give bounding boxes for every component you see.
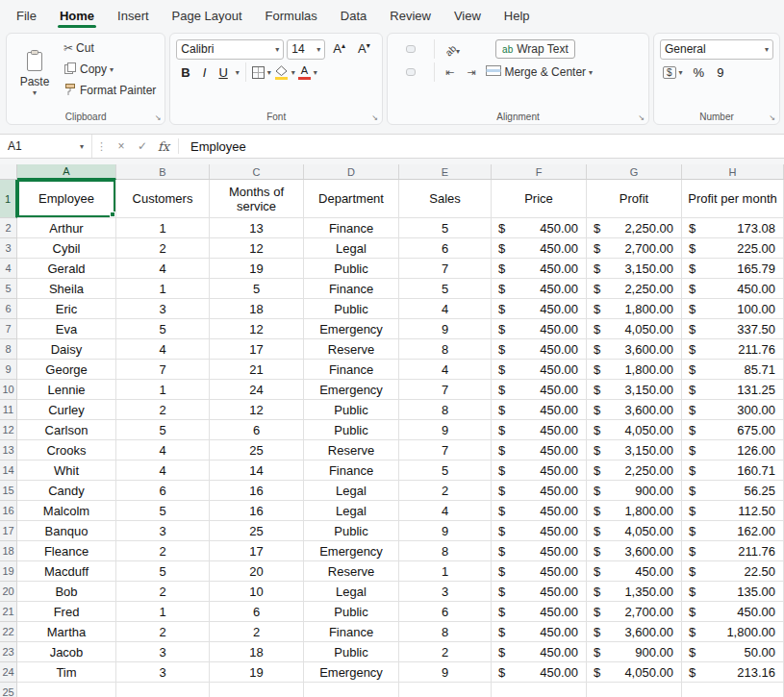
cell-H7[interactable]: $337.50 [682,319,784,339]
cell-G20[interactable]: $1,350.00 [587,582,682,602]
cell-C7[interactable]: 12 [210,319,304,339]
cell-F18[interactable]: $450.00 [492,541,587,561]
cell-A4[interactable]: Gerald [17,259,116,279]
cell-E10[interactable]: 7 [399,380,492,400]
cell-B3[interactable]: 2 [116,238,210,259]
cell-F19[interactable]: $450.00 [492,561,587,582]
cell-D11[interactable]: Public [304,400,399,420]
cell-D1[interactable]: Department [304,180,399,218]
cell-B23[interactable]: 3 [116,642,210,662]
cell-F23[interactable]: $450.00 [492,642,587,662]
align-bottom-button[interactable] [418,45,428,53]
cell-A2[interactable]: Arthur [17,218,116,238]
cell-D23[interactable]: Public [304,642,399,662]
row-number-10[interactable]: 10 [0,380,17,400]
cell-H22[interactable]: $1,800.00 [682,622,784,642]
number-format-combo[interactable]: General ▾ [660,39,773,60]
cell-C12[interactable]: 6 [210,420,304,440]
cell-C22[interactable]: 2 [210,622,304,642]
cell-B4[interactable]: 4 [116,259,210,279]
cell-E1[interactable]: Sales [399,180,492,218]
cell-F21[interactable]: $450.00 [492,602,587,622]
column-header-D[interactable]: D [304,164,399,180]
grow-font-button[interactable]: A▴ [328,40,350,57]
cell-H25[interactable] [682,683,784,697]
dialog-launcher-icon[interactable]: ↘ [371,113,378,122]
tab-formulas[interactable]: Formulas [255,3,328,29]
cell-H24[interactable]: $213.16 [682,662,784,683]
cell-G21[interactable]: $2,700.00 [587,602,682,622]
cell-A6[interactable]: Eric [17,299,116,319]
dialog-launcher-icon[interactable]: ↘ [769,113,775,122]
cell-B9[interactable]: 7 [116,360,210,380]
insert-function-button[interactable]: fx [153,139,174,154]
cell-G12[interactable]: $4,050.00 [587,420,682,440]
cell-G7[interactable]: $4,050.00 [587,319,682,339]
cell-C21[interactable]: 6 [210,602,304,622]
cell-D24[interactable]: Emergency [304,662,399,683]
row-number-19[interactable]: 19 [0,561,17,582]
cell-B14[interactable]: 4 [116,461,210,481]
cell-D4[interactable]: Public [304,259,399,279]
cell-F8[interactable]: $450.00 [492,339,587,360]
row-number-25[interactable]: 25 [0,683,17,697]
cell-E14[interactable]: 5 [399,461,492,481]
cell-A22[interactable]: Martha [17,622,116,642]
row-number-3[interactable]: 3 [0,238,17,259]
cell-F11[interactable]: $450.00 [492,400,587,420]
cell-A7[interactable]: Eva [17,319,116,339]
cell-B12[interactable]: 5 [116,420,210,440]
cell-A13[interactable]: Crooks [17,440,116,461]
cell-A1[interactable]: Employee [17,180,116,218]
cell-G25[interactable] [587,683,682,697]
cell-F16[interactable]: $450.00 [492,501,587,521]
row-number-22[interactable]: 22 [0,622,17,642]
row-number-6[interactable]: 6 [0,299,17,319]
tab-home[interactable]: Home [49,3,105,29]
row-number-21[interactable]: 21 [0,602,17,622]
cell-C13[interactable]: 25 [210,440,304,461]
cell-E17[interactable]: 9 [399,521,492,541]
cell-D13[interactable]: Reserve [304,440,399,461]
cell-B10[interactable]: 1 [116,380,210,400]
name-box[interactable]: A1 ▾ [0,135,92,158]
cell-F9[interactable]: $450.00 [492,360,587,380]
cell-F25[interactable] [492,683,587,697]
align-middle-button[interactable] [406,45,416,53]
chevron-down-icon[interactable]: ▾ [291,68,295,77]
cell-H10[interactable]: $131.25 [682,380,784,400]
row-number-8[interactable]: 8 [0,339,17,360]
cell-F10[interactable]: $450.00 [492,380,587,400]
cell-A3[interactable]: Cybil [17,238,116,259]
cell-H20[interactable]: $135.00 [682,582,784,602]
cell-A24[interactable]: Tim [17,662,116,683]
cell-H1[interactable]: Profit per month [682,180,784,218]
cell-E7[interactable]: 9 [399,319,492,339]
cell-C4[interactable]: 19 [210,259,304,279]
cell-F7[interactable]: $450.00 [492,319,587,339]
row-number-16[interactable]: 16 [0,501,17,521]
cell-C8[interactable]: 17 [210,339,304,360]
row-number-18[interactable]: 18 [0,541,17,561]
cell-G9[interactable]: $1,800.00 [587,360,682,380]
align-center-button[interactable] [406,68,416,76]
tab-view[interactable]: View [443,3,492,29]
cut-button[interactable]: ✂ Cut [61,37,159,59]
cell-C14[interactable]: 14 [210,461,304,481]
paste-button[interactable]: Paste ▾ [13,37,57,109]
row-number-23[interactable]: 23 [0,642,17,662]
row-number-15[interactable]: 15 [0,481,17,501]
cell-C15[interactable]: 16 [210,481,304,501]
cell-F17[interactable]: $450.00 [492,521,587,541]
cell-A18[interactable]: Fleance [17,541,116,561]
cell-A14[interactable]: Whit [17,461,116,481]
cell-E24[interactable]: 9 [399,662,492,683]
cell-C16[interactable]: 16 [210,501,304,521]
cell-B5[interactable]: 1 [116,279,210,299]
cell-G4[interactable]: $3,150.00 [587,259,682,279]
borders-icon[interactable] [252,66,265,79]
chevron-down-icon[interactable]: ▾ [236,68,240,77]
cell-E5[interactable]: 5 [399,279,492,299]
cell-A23[interactable]: Jacob [17,642,116,662]
cell-A19[interactable]: Macduff [17,561,116,582]
